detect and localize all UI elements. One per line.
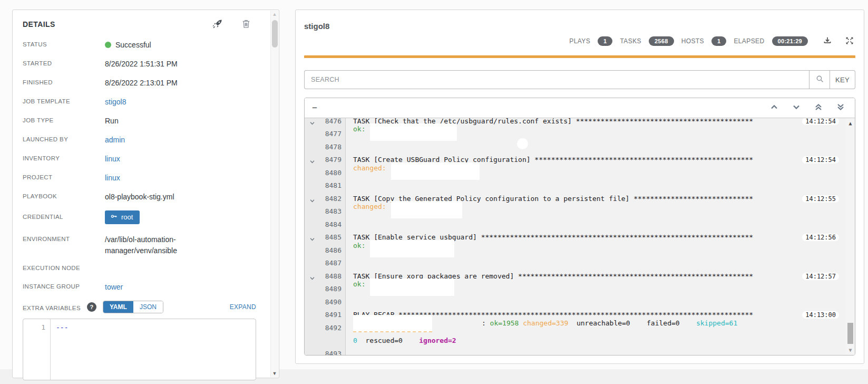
collapse-caret-icon[interactable] xyxy=(309,158,315,166)
details-scrollbar[interactable]: ▲ ▼ xyxy=(270,11,278,377)
scroll-down-icon[interactable]: ▼ xyxy=(271,370,278,377)
scroll-previous-button[interactable] xyxy=(769,103,779,113)
console-scrollbar-thumb[interactable] xyxy=(847,323,853,344)
delete-button[interactable] xyxy=(240,18,252,30)
detail-row-environment: ENVIRONMENT /var/lib/ol-automation-manag… xyxy=(23,234,256,256)
key-icon xyxy=(110,213,118,222)
download-icon xyxy=(823,36,832,47)
console-line: 8487 xyxy=(305,257,855,270)
console-line: 8483 changed: xyxy=(305,205,855,218)
detail-row-playbook: PLAYBOOK ol8-playbook-stig.yml xyxy=(23,191,256,203)
search-button[interactable] xyxy=(809,70,830,89)
job-output-box: − 8476 TASK [C xyxy=(304,98,855,356)
timestamp-badge: 14:12:54 xyxy=(802,156,839,164)
console-line: 8484 xyxy=(305,218,855,231)
yaml-toggle-button[interactable]: YAML xyxy=(103,301,133,313)
double-chevron-up-icon xyxy=(814,103,823,113)
console-line: 8478 xyxy=(305,140,855,153)
relaunch-button[interactable] xyxy=(212,18,223,30)
console-line-recap: 8492 : ok=1958 changed=339 unreachable=0… xyxy=(305,321,855,334)
expand-arrows-icon xyxy=(845,36,854,47)
detail-row-job-template: JOB TEMPLATE stigol8 xyxy=(23,97,256,108)
scroll-up-icon[interactable]: ▲ xyxy=(271,11,278,18)
json-toggle-button[interactable]: JSON xyxy=(133,301,163,313)
timestamp-badge: 14:12:55 xyxy=(802,195,839,203)
console-line: 8480 changed: xyxy=(305,166,855,179)
console-line: 8493 xyxy=(305,347,855,356)
chevron-down-icon xyxy=(792,103,801,113)
collapse-all-icon[interactable]: − xyxy=(312,103,317,112)
detail-row-execution-node: EXECUTION NODE xyxy=(23,263,256,274)
detail-row-project: PROJECT linux xyxy=(23,172,256,184)
scroll-bottom-button[interactable] xyxy=(836,103,845,113)
credential-button[interactable]: root xyxy=(105,210,140,224)
redacted-hostname xyxy=(370,123,457,141)
scroll-down-icon[interactable]: ▼ xyxy=(846,346,855,354)
download-output-button[interactable] xyxy=(822,35,833,47)
scroll-top-button[interactable] xyxy=(814,103,823,113)
console-line: 8490 xyxy=(305,295,855,309)
search-key-button[interactable]: KEY xyxy=(830,70,855,89)
magnifier-icon xyxy=(815,74,824,85)
collapse-caret-icon[interactable] xyxy=(309,197,315,205)
expand-link[interactable]: EXPAND xyxy=(230,303,256,311)
job-title: stigol8 xyxy=(304,22,329,31)
console-scrollbar[interactable]: ▲ ▼ xyxy=(846,118,855,356)
detail-row-finished: FINISHED 8/26/2022 2:13:01 PM xyxy=(23,78,256,89)
detail-row-instance-group: INSTANCE GROUP tower xyxy=(23,282,256,293)
console-line: 8477 ok: xyxy=(305,128,855,141)
redacted-hostname xyxy=(370,279,454,296)
trash-icon xyxy=(241,18,251,31)
details-scrollbar-thumb[interactable] xyxy=(272,20,278,47)
details-title: DETAILS xyxy=(23,20,55,28)
project-link[interactable]: linux xyxy=(105,172,120,184)
timestamp-badge: 14:12:57 xyxy=(802,273,839,280)
timestamp-badge: 14:12:54 xyxy=(802,118,839,125)
redacted-hostname xyxy=(391,201,462,218)
job-status-bar xyxy=(304,55,855,58)
console-line-recap-wrap: 0 rescued=0 ignored=2 xyxy=(305,334,855,348)
instance-group-link[interactable]: tower xyxy=(105,282,123,293)
search-input[interactable] xyxy=(304,70,809,89)
extra-variables-row: EXTRA VARIABLES ? YAML JSON EXPAND xyxy=(23,301,256,313)
launched-by-link[interactable]: admin xyxy=(105,135,125,146)
rocket-icon xyxy=(212,18,223,31)
redaction-dot xyxy=(517,138,528,149)
status-value: Successful xyxy=(105,40,151,51)
chevron-up-icon xyxy=(770,103,778,113)
editor-line-number: 1 xyxy=(23,319,51,380)
details-panel: DETAILS STATUS Successful STARTED 8 xyxy=(12,9,279,378)
collapse-caret-icon[interactable] xyxy=(309,275,315,283)
collapse-caret-icon[interactable] xyxy=(309,236,315,244)
output-toolbar: − xyxy=(305,98,855,118)
detail-row-credential: CREDENTIAL root xyxy=(23,210,256,224)
redacted-hostname xyxy=(391,162,480,180)
double-chevron-down-icon xyxy=(836,103,845,113)
detail-row-launched-by: LAUNCHED BY admin xyxy=(23,135,256,146)
collapse-caret-icon[interactable] xyxy=(309,120,315,128)
job-output-panel: stigol8 PLAYS 1 TASKS 2568 HOSTS 1 ELAPS… xyxy=(295,9,864,364)
status-dot-icon xyxy=(105,42,111,48)
fullscreen-button[interactable] xyxy=(844,35,855,47)
timestamp-badge: 14:12:56 xyxy=(802,234,839,241)
job-template-link[interactable]: stigol8 xyxy=(105,97,126,108)
plays-count-badge: 1 xyxy=(598,36,612,46)
job-stats: PLAYS 1 TASKS 2568 HOSTS 1 ELAPSED 00:21… xyxy=(569,35,855,47)
yaml-json-toggle: YAML JSON xyxy=(103,301,163,313)
redacted-hostname xyxy=(370,240,454,257)
hosts-count-badge: 1 xyxy=(711,36,726,46)
timestamp-badge: 14:13:00 xyxy=(802,311,839,319)
job-console[interactable]: 8476 TASK [Check that the /etc/usbguard/… xyxy=(305,118,855,356)
tasks-count-badge: 2568 xyxy=(649,36,674,46)
detail-label: STATUS xyxy=(23,40,105,47)
inventory-link[interactable]: linux xyxy=(105,153,120,165)
scroll-next-button[interactable] xyxy=(792,103,801,113)
console-line: 8489 ok: xyxy=(305,283,855,296)
editor-content[interactable]: --- xyxy=(51,319,256,380)
help-icon[interactable]: ? xyxy=(87,302,96,312)
extra-variables-editor[interactable]: 1 --- xyxy=(23,319,256,380)
scroll-up-icon[interactable]: ▲ xyxy=(846,119,855,128)
redacted-hostname xyxy=(353,315,432,332)
detail-row-job-type: JOB TYPE Run xyxy=(23,116,256,127)
console-line: 8481 xyxy=(305,179,855,193)
